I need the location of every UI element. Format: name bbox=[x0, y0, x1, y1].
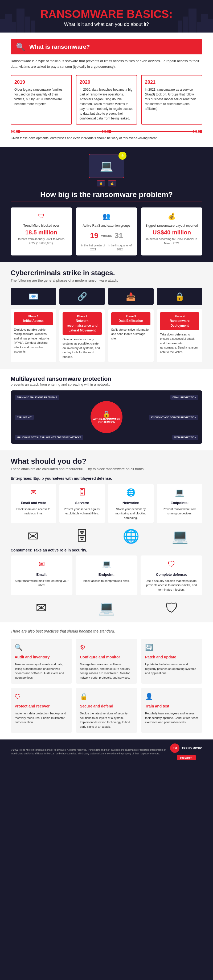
train-icon: 👤 bbox=[145, 692, 198, 702]
stat-blocked-main: Trend Micro blocked over bbox=[15, 223, 68, 228]
year-dot-2019 bbox=[17, 130, 20, 133]
timeline-item-2021: 2021 In 2021, ransomware as a service (R… bbox=[141, 75, 202, 124]
raas-num2: 31 bbox=[115, 230, 123, 241]
what-is-title: What is ransomware? bbox=[29, 43, 90, 50]
stat-blocked-number: 18.5 million bbox=[15, 228, 68, 237]
phase-desc-2: Gain access to as many systems as possib… bbox=[63, 337, 102, 359]
phase-header-1: Phase 1 Initial Access bbox=[14, 312, 53, 325]
phase-desc-1: Exploit vulnerable public-facing softwar… bbox=[14, 328, 53, 354]
stat-card-raas: 👥 Active RaaS and extortion groups 19 ve… bbox=[76, 207, 137, 256]
research-badge: research bbox=[177, 755, 196, 760]
trend-micro-logo: TM TREND MICRO bbox=[170, 743, 202, 753]
phase-num-1: Phase 1 bbox=[16, 314, 51, 318]
what-is-box: 🔍 What is ransomware? bbox=[11, 39, 202, 54]
phase-num-2: Phase 2 bbox=[65, 314, 99, 318]
consumer-email-icon: ✉ bbox=[14, 558, 69, 570]
stat-card-blocked: 🛡 Trend Micro blocked over 18.5 million … bbox=[11, 207, 72, 256]
cyber-subtitle: The following are the general phases of … bbox=[11, 278, 202, 282]
prot-label-endpoint: ENDPOINT AND SERVER PROTECTION bbox=[149, 415, 198, 420]
phases-grid: Phase 1 Initial Access Exploit vulnerabl… bbox=[11, 309, 202, 363]
how-big-title: How big is the ransomware problem? bbox=[11, 190, 202, 199]
cyber-section: Cybercriminals strike in stages. The fol… bbox=[0, 262, 213, 369]
enterprise-card-servers: 🗄 Servers: Protect your servers against … bbox=[59, 484, 105, 523]
page-header: Ransomware Basics: What is it and what c… bbox=[0, 0, 213, 33]
consumer-grid: ✉ Email: Stop ransomware mail from enter… bbox=[11, 555, 202, 595]
networks-defense-desc: Shield your network by monitoring and bl… bbox=[111, 507, 150, 520]
footer-text: © 2022 Trend Micro Incorporated and/or i… bbox=[11, 748, 166, 756]
prot-label-email: EMAIL PROTECTION bbox=[170, 395, 198, 400]
standard-card-secure: 🔒 Secure and defend Deploy the latest ve… bbox=[76, 688, 137, 733]
configure-icon: ⚙ bbox=[80, 643, 133, 652]
year-dot-2020 bbox=[108, 130, 111, 133]
secure-title: Secure and defend bbox=[80, 703, 133, 709]
patch-title: Patch and update bbox=[145, 654, 198, 660]
trend-circle-icon: TM bbox=[170, 743, 180, 753]
enterprise-card-email: ✉ Email and web: Block spam and access t… bbox=[11, 484, 56, 523]
prot-label-exploit: EXPLOIT KIT bbox=[15, 415, 34, 420]
year-2020: 2020 bbox=[80, 79, 133, 86]
phase-desc-3: Exfiltrate sensitive information and sen… bbox=[111, 328, 150, 341]
phase-name-3: Data Exfiltration bbox=[118, 319, 143, 323]
phase-card-1: Phase 1 Initial Access Exploit vulnerabl… bbox=[11, 309, 56, 363]
timeline-bar: 2019 2020 2021 bbox=[11, 130, 202, 133]
email-defense-title: Email and web: bbox=[14, 500, 53, 506]
consumer-complete-title: Complete defense: bbox=[144, 572, 199, 578]
standard-card-train: 👤 Train and test Regularly train employe… bbox=[141, 688, 202, 733]
timeline-item-2020: 2020 In 2020, data breaches became a big… bbox=[76, 75, 137, 124]
how-big-section: 💻 ⚠ 🔒 💰 How big is the ransomware proble… bbox=[0, 147, 213, 262]
protect-desc: Implement data protection, backup, and r… bbox=[15, 711, 68, 724]
servers-defense-icon: 🗄 bbox=[63, 487, 102, 498]
configure-title: Configure and monitor bbox=[80, 654, 133, 660]
endpoints-defense-icon: 💻 bbox=[160, 487, 199, 498]
year-2021: 2021 bbox=[145, 79, 199, 86]
phase-header-3: Phase 3 Data Exfiltration bbox=[111, 312, 150, 325]
timeline: 2019 Older legacy ransomware families fo… bbox=[11, 75, 202, 124]
multi-section: Multilayered ransomware protection preve… bbox=[0, 369, 213, 450]
timeline-item-2019: 2019 Older legacy ransomware families fo… bbox=[11, 75, 72, 124]
consumer-endpoint-desc: Block access to compromised sites. bbox=[79, 579, 134, 583]
raas-sub2: in the first quarter of 2022 bbox=[106, 243, 133, 251]
protect-icon: 🛡 bbox=[15, 692, 68, 702]
servers-defense-desc: Protect your servers against exploitable… bbox=[63, 507, 102, 516]
stat-payout-main: Biggest ransomware payout reported bbox=[145, 223, 198, 228]
enterprise-card-endpoints: 💻 Endpoints: Prevent ransomware from run… bbox=[157, 484, 202, 523]
enterprise-grid: ✉ Email and web: Block spam and access t… bbox=[11, 484, 202, 523]
phase-name-2: Network reconnaissance and Lateral Movem… bbox=[67, 319, 98, 332]
what-is-section: 🔍 What is ransomware? Ransomware is a ty… bbox=[0, 33, 213, 147]
email-defense-desc: Block spam and access to malicious links… bbox=[14, 507, 53, 516]
standard-grid: 🔍 Audit and inventory Take an inventory … bbox=[11, 639, 202, 733]
year-2019-text: Older legacy ransomware families focused… bbox=[14, 87, 68, 107]
standard-card-patch: 🔄 Patch and update Update to the latest … bbox=[141, 639, 202, 684]
should-title: What should you do? bbox=[11, 457, 202, 466]
what-should-section: What should you do? These attackers are … bbox=[0, 450, 213, 622]
audit-icon: 🔍 bbox=[15, 643, 68, 652]
phase-desc-4: Take down defenses to ensure a successfu… bbox=[160, 332, 199, 355]
raas-sub1: in the first quarter of 2021 bbox=[80, 243, 106, 251]
stats-grid: 🛡 Trend Micro blocked over 18.5 million … bbox=[11, 207, 202, 256]
multi-title: Multilayered ransomware protection bbox=[11, 375, 202, 382]
protection-center: 🔒 WITH RANSOMWARE PROTECTION bbox=[90, 401, 123, 433]
secure-desc: Deploy the latest versions of security s… bbox=[80, 711, 133, 729]
consumer-complete-desc: Use a security solution that stops spam,… bbox=[144, 579, 199, 592]
train-desc: Regularly train employees and assess the… bbox=[145, 711, 198, 724]
prot-label-web: WEB PROTECTION bbox=[172, 435, 199, 440]
raas-num1: 19 bbox=[90, 230, 98, 241]
cyber-title: Cybercriminals strike in stages. bbox=[11, 269, 202, 277]
configure-desc: Manage hardware and software configurati… bbox=[80, 662, 133, 680]
phase-num-4: Phase 4 bbox=[162, 314, 197, 318]
networks-defense-title: Networks: bbox=[111, 500, 150, 506]
stat-blocked-detail: threats from January 2021 to March 2022 … bbox=[15, 237, 68, 246]
consumer-card-endpoint: 💻 Endpoint: Block access to compromised … bbox=[76, 555, 137, 595]
year-2019: 2019 bbox=[14, 79, 68, 86]
page-title: Ransomware Basics: bbox=[11, 8, 202, 20]
protection-diagram: SPAM AND MALICIOUS FILE/LINKS EMAIL PROT… bbox=[11, 390, 202, 444]
raas-numbers: 19 versus 31 bbox=[80, 230, 133, 241]
page-subtitle: What is it and what can you do about it? bbox=[11, 22, 202, 27]
consumer-card-complete: 🛡 Complete defense: Use a security solut… bbox=[140, 555, 202, 595]
footer-logo-text: TREND MICRO bbox=[181, 747, 202, 750]
money-stat-icon: 💰 bbox=[145, 212, 198, 221]
prot-label-spam: SPAM AND MALICIOUS FILE/LINKS bbox=[15, 395, 59, 400]
year-2021-text: In 2021, ransomware as a service (RaaS) … bbox=[145, 87, 199, 111]
endpoints-defense-desc: Prevent ransomware from running on devic… bbox=[160, 507, 199, 516]
servers-defense-title: Servers: bbox=[63, 500, 102, 506]
